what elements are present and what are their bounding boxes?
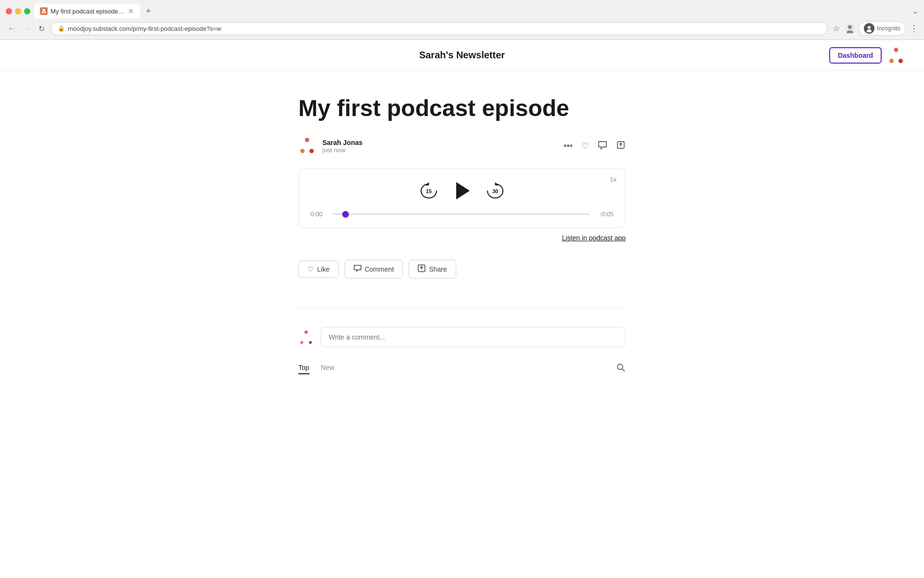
browser-menu-icon[interactable]: ⋮ xyxy=(910,23,918,34)
forward-button[interactable]: 30 xyxy=(485,181,505,201)
traffic-lights xyxy=(6,8,30,14)
listen-in-podcast-link[interactable]: Listen in podcast app xyxy=(562,234,626,242)
svg-point-2 xyxy=(44,12,46,13)
tab-top[interactable]: Top xyxy=(298,364,309,374)
bookmark-icon[interactable]: ☆ xyxy=(832,24,841,33)
forward-button[interactable]: → xyxy=(21,22,33,35)
like-heart-icon: ♡ xyxy=(308,265,314,273)
commenter-avatar xyxy=(298,329,314,345)
like-button[interactable]: ♡ Like xyxy=(298,261,339,278)
podcast-link-container: Listen in podcast app xyxy=(298,234,626,242)
comment-label: Comment xyxy=(365,265,394,273)
tab-close-icon[interactable]: ✕ xyxy=(128,7,134,15)
browser-chrome: My first podcast episode - by s ✕ + ⌄ ← … xyxy=(0,0,924,40)
main-content: My first podcast episode Sarah Jonas jus… xyxy=(289,71,635,399)
author-time: just now xyxy=(322,146,362,154)
speed-badge[interactable]: 1x xyxy=(610,176,616,183)
heart-icon: ♡ xyxy=(581,141,589,151)
address-bar[interactable]: 🔒 moodjoy.substack.com/p/my-first-podcas… xyxy=(51,22,828,35)
player-controls: 15 30 xyxy=(310,181,614,201)
incognito-button[interactable]: Incognito xyxy=(859,21,906,36)
address-text: moodjoy.substack.com/p/my-first-podcast-… xyxy=(68,25,821,32)
current-time: 0:00 xyxy=(310,210,328,218)
avatar-dots xyxy=(887,47,905,64)
share-action-button[interactable] xyxy=(616,140,626,152)
browser-tab[interactable]: My first podcast episode - by s ✕ xyxy=(34,4,140,18)
maximize-button[interactable] xyxy=(24,8,30,14)
avatar-dot-2 xyxy=(888,58,895,64)
rewind-button[interactable]: 15 xyxy=(419,181,439,201)
engagement-row: ♡ Like Comment Share xyxy=(298,260,626,278)
share-button[interactable]: Share xyxy=(409,260,456,278)
author-avatar[interactable] xyxy=(298,137,317,155)
author-info: Sarah Jonas just now xyxy=(298,137,362,155)
back-button[interactable]: ← xyxy=(6,22,17,35)
author-avatar-dot-3 xyxy=(308,148,315,154)
svg-marker-13 xyxy=(495,182,499,185)
svg-line-18 xyxy=(622,369,625,371)
audio-player: 1x 15 30 xyxy=(298,169,626,228)
site-header: Sarah's Newsletter Dashboard xyxy=(0,40,924,71)
svg-point-17 xyxy=(617,364,623,369)
profile-icon[interactable] xyxy=(845,24,855,33)
browser-titlebar: My first podcast episode - by s ✕ + ⌄ xyxy=(0,0,924,18)
comment-action-button[interactable] xyxy=(598,140,607,152)
author-row: Sarah Jonas just now ••• ♡ xyxy=(298,137,626,155)
header-actions: Dashboard xyxy=(829,47,905,64)
progress-row: 0:00 -0:05 xyxy=(310,210,614,218)
comment-icon xyxy=(598,140,607,152)
svg-text:15: 15 xyxy=(426,188,432,194)
progress-bar[interactable] xyxy=(333,213,590,215)
time-remaining: -0:05 xyxy=(594,210,614,218)
new-tab-button[interactable]: + xyxy=(142,4,155,18)
svg-text:30: 30 xyxy=(492,188,498,194)
avatar-dot-1 xyxy=(893,47,899,53)
comment-tabs: Top New xyxy=(298,364,334,374)
comment-input-row xyxy=(298,327,626,347)
comment-button[interactable]: Comment xyxy=(345,260,403,278)
svg-marker-11 xyxy=(425,182,429,185)
search-button[interactable] xyxy=(616,363,626,375)
svg-point-0 xyxy=(43,9,45,12)
comment-bubble-icon xyxy=(354,264,361,274)
site-title: Sarah's Newsletter xyxy=(419,50,505,61)
share-icon xyxy=(616,140,626,152)
like-action-button[interactable]: ♡ xyxy=(581,141,589,151)
expand-icon[interactable]: ⌄ xyxy=(912,7,918,15)
tabs-row: Top New xyxy=(298,363,626,375)
like-label: Like xyxy=(317,265,330,273)
more-options-button[interactable]: ••• xyxy=(564,141,573,151)
svg-point-4 xyxy=(848,25,852,29)
lock-icon: 🔒 xyxy=(58,25,65,32)
incognito-icon xyxy=(864,23,874,34)
avatar-dot-3 xyxy=(898,58,904,64)
dashboard-button[interactable]: Dashboard xyxy=(829,47,882,64)
minimize-button[interactable] xyxy=(15,8,21,14)
comment-input-field[interactable] xyxy=(321,327,626,347)
incognito-label: Incognito xyxy=(877,25,900,32)
browser-toolbar: ← → ↻ 🔒 moodjoy.substack.com/p/my-first-… xyxy=(0,18,924,39)
tab-favicon xyxy=(40,7,48,15)
user-avatar[interactable] xyxy=(887,47,905,64)
author-meta: Sarah Jonas just now xyxy=(322,139,362,154)
author-name: Sarah Jonas xyxy=(322,139,362,146)
svg-point-7 xyxy=(868,26,871,29)
post-actions: ••• ♡ xyxy=(564,140,626,152)
play-icon xyxy=(456,182,470,199)
progress-thumb[interactable] xyxy=(342,211,349,218)
post-title: My first podcast episode xyxy=(298,95,626,121)
reload-button[interactable]: ↻ xyxy=(37,22,47,35)
tab-title: My first podcast episode - by s xyxy=(51,8,125,15)
author-avatar-dot-2 xyxy=(299,148,306,154)
page-content: Sarah's Newsletter Dashboard My first po… xyxy=(0,40,924,575)
comment-section: Top New xyxy=(298,307,626,375)
play-button[interactable] xyxy=(454,182,470,199)
author-avatar-dot-1 xyxy=(304,137,310,143)
close-button[interactable] xyxy=(6,8,12,14)
author-avatar-dots xyxy=(298,137,316,154)
share-label: Share xyxy=(429,265,447,273)
more-icon: ••• xyxy=(564,141,573,151)
tab-bar: My first podcast episode - by s ✕ + ⌄ xyxy=(34,4,918,18)
svg-point-1 xyxy=(42,12,44,13)
tab-new[interactable]: New xyxy=(321,364,334,374)
